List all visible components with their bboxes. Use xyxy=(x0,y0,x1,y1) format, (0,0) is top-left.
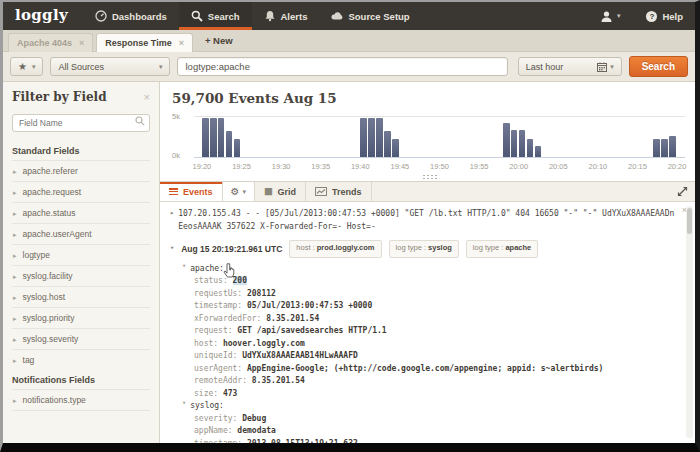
field-item-label: logtype xyxy=(23,250,50,260)
chevron-right-icon: ▸ xyxy=(13,315,17,322)
histogram-bar[interactable] xyxy=(234,139,241,157)
event-tag[interactable]: log type : syslog xyxy=(389,240,459,258)
field-item-apache-request[interactable]: ▸apache.request xyxy=(12,181,150,202)
histogram-bar[interactable] xyxy=(368,118,375,157)
event-row-collapsed[interactable]: ▸107.20.155.43 - - [05/Jul/2013:00:47:53… xyxy=(170,208,677,233)
field-item-label: syslog.severity xyxy=(23,334,79,344)
tab-trends[interactable]: Trends xyxy=(306,182,372,201)
source-select[interactable]: All Sources ▾ xyxy=(50,57,170,76)
help-icon: ? xyxy=(646,11,657,22)
field-value[interactable]: Debug xyxy=(242,414,266,423)
chevron-down-icon[interactable]: ▾ xyxy=(182,263,186,276)
nav-item-source-setup[interactable]: Source Setup xyxy=(319,2,421,30)
resize-grip-handle[interactable] xyxy=(422,174,438,179)
loggly-logo[interactable]: loggly xyxy=(3,2,83,30)
chevron-down-icon[interactable]: ▾ xyxy=(170,245,174,252)
event-field-group[interactable]: ▾syslog: xyxy=(182,400,677,413)
field-value[interactable]: GET /api/savedsearches HTTP/1.1 xyxy=(237,326,386,335)
search-button[interactable]: Search xyxy=(629,56,688,77)
histogram-bar[interactable] xyxy=(392,139,399,157)
field-item-apache-referer[interactable]: ▸apache.referer xyxy=(12,160,150,181)
new-tab-button[interactable]: + New xyxy=(196,31,242,51)
histogram-bar[interactable] xyxy=(527,139,534,157)
field-item-notifications-type[interactable]: ▸notifications.type xyxy=(12,389,150,411)
field-value[interactable]: 200 xyxy=(233,276,247,285)
field-name-input[interactable] xyxy=(12,114,150,132)
query-input[interactable] xyxy=(177,57,507,76)
histogram-bar[interactable] xyxy=(519,130,526,157)
event-field-row: request: GET /api/savedsearches HTTP/1.1 xyxy=(194,325,677,338)
chevron-right-icon[interactable]: ▸ xyxy=(170,210,174,233)
events-view-tabs: Events⚙▾▦GridTrends xyxy=(160,182,695,202)
window-frame: loggly DashboardsSearchAlertsSource Setu… xyxy=(0,0,700,452)
field-key: timestamp: xyxy=(194,439,247,444)
field-item-syslog-severity[interactable]: ▸syslog.severity xyxy=(12,328,150,349)
field-value[interactable]: AppEngine-Google; (+http://code.google.c… xyxy=(247,364,603,373)
histogram-bar[interactable] xyxy=(218,118,225,157)
event-tag[interactable]: host : prod.loggly.com xyxy=(289,240,381,258)
nav-item-dashboards[interactable]: Dashboards xyxy=(83,2,179,30)
tab-response-time[interactable]: Response Time× xyxy=(96,33,193,52)
histogram-bar[interactable] xyxy=(503,123,510,157)
field-value[interactable]: hoover.loggly.com xyxy=(223,339,305,348)
nav-item-alerts[interactable]: Alerts xyxy=(252,2,320,30)
user-menu[interactable]: ▾ xyxy=(586,2,635,30)
scrollbar[interactable] xyxy=(686,206,693,438)
expand-icon[interactable] xyxy=(677,186,688,197)
events-histogram: 5k 0k 19:2019:2519:3019:3519:4019:4519:5… xyxy=(172,111,687,171)
close-icon[interactable]: × xyxy=(179,38,184,48)
histogram-bar[interactable] xyxy=(669,136,676,157)
chevron-down-icon[interactable]: ▾ xyxy=(182,400,186,413)
tab-apache-404s[interactable]: Apache 404s× xyxy=(8,33,93,52)
histogram-bar[interactable] xyxy=(661,139,668,157)
histogram-bar[interactable] xyxy=(535,146,542,157)
field-value[interactable]: 208112 xyxy=(247,289,276,298)
event-tag[interactable]: log type : apache xyxy=(466,240,538,258)
field-item-syslog-priority[interactable]: ▸syslog.priority xyxy=(12,307,150,328)
chevron-right-icon: ▸ xyxy=(13,168,17,175)
histogram-bar[interactable] xyxy=(210,118,217,157)
event-field-group[interactable]: ▾apache: xyxy=(182,263,677,276)
field-value[interactable]: 8.35.201.54 xyxy=(266,314,319,323)
y-axis-tick: 0k xyxy=(172,151,180,160)
filter-sidebar: Filter by Field × Standard Fields▸apache… xyxy=(3,82,160,443)
chevron-right-icon: ▸ xyxy=(13,336,17,343)
tab-events[interactable]: Events xyxy=(160,182,223,201)
histogram-bar[interactable] xyxy=(511,130,518,157)
favorites-button[interactable]: ★ ▾ xyxy=(10,57,43,76)
field-item-syslog-host[interactable]: ▸syslog.host xyxy=(12,286,150,307)
help-button[interactable]: ? Help xyxy=(634,2,695,30)
field-item-label: syslog.host xyxy=(23,292,66,302)
event-field-row: timestamp: 2013-08-15T13:19:21.632 xyxy=(194,438,677,444)
field-item-tag[interactable]: ▸tag xyxy=(12,349,150,370)
event-row-expanded-header[interactable]: ▾Aug 15 20:19:21.961 UTChost : prod.logg… xyxy=(170,240,677,258)
chevron-down-icon: ▾ xyxy=(159,63,163,71)
time-range-select[interactable]: Last hour ▾ xyxy=(518,57,622,76)
scrollbar-thumb[interactable] xyxy=(687,208,692,234)
histogram-bar[interactable] xyxy=(202,118,209,157)
close-icon[interactable]: × xyxy=(79,38,84,48)
field-item-apache-status[interactable]: ▸apache.status xyxy=(12,202,150,223)
event-field-row: userAgent: AppEngine-Google; (+http://co… xyxy=(194,363,677,376)
close-icon[interactable]: × xyxy=(144,92,150,103)
time-range-value: Last hour xyxy=(526,62,592,72)
x-axis: 19:2019:2519:3019:3519:4019:4519:5019:55… xyxy=(194,160,685,171)
histogram-bar[interactable] xyxy=(384,131,391,157)
field-value[interactable]: demodata xyxy=(237,426,276,435)
histogram-bar[interactable] xyxy=(653,139,660,157)
histogram-bar[interactable] xyxy=(360,118,367,157)
field-value[interactable]: 2013-08-15T13:19:21.632 xyxy=(247,439,358,444)
tab-grid[interactable]: ▦Grid xyxy=(255,182,306,201)
view-options-button[interactable]: ⚙▾ xyxy=(223,182,255,201)
histogram-bar[interactable] xyxy=(226,131,233,157)
x-axis-tick: 19:30 xyxy=(272,162,291,171)
nav-item-search[interactable]: Search xyxy=(179,2,252,30)
field-item-apache-userAgent[interactable]: ▸apache.userAgent xyxy=(12,223,150,244)
histogram-bar[interactable] xyxy=(376,118,383,157)
field-item-logtype[interactable]: ▸logtype xyxy=(12,244,150,265)
field-value[interactable]: 8.35.201.54 xyxy=(252,376,305,385)
field-value[interactable]: UdYXuX8AAAEAAB14HLwAAAFD xyxy=(242,351,358,360)
field-value[interactable]: 05/Jul/2013:00:47:53 +0000 xyxy=(247,301,372,310)
field-value[interactable]: 473 xyxy=(223,389,237,398)
field-item-syslog-facility[interactable]: ▸syslog.facility xyxy=(12,265,150,286)
